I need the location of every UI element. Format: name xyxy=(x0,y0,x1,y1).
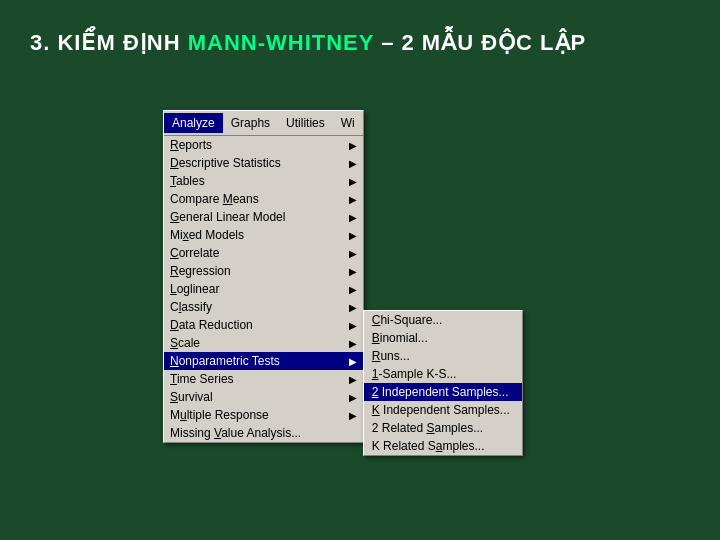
arrow-icon: ▶ xyxy=(349,410,357,421)
menu-item-compare-means-label: Compare Means xyxy=(170,192,259,206)
menu-item-descriptive-statistics[interactable]: Descriptive Statistics ▶ xyxy=(164,154,363,172)
arrow-icon: ▶ xyxy=(349,284,357,295)
menu-item-loglinear-label: Loglinear xyxy=(170,282,219,296)
menu-item-survival[interactable]: Survival ▶ xyxy=(164,388,363,406)
menu-item-correlate-label: Correlate xyxy=(170,246,219,260)
arrow-icon: ▶ xyxy=(349,320,357,331)
menu-item-scale[interactable]: Scale ▶ xyxy=(164,334,363,352)
menu-bar-analyze[interactable]: Analyze xyxy=(164,113,223,133)
menu-container: Analyze Graphs Utilities Wi Reports ▶ De… xyxy=(163,110,523,456)
menu-item-compare-means[interactable]: Compare Means ▶ xyxy=(164,190,363,208)
menu-item-nonparametric-tests[interactable]: Nonparametric Tests ▶ xyxy=(164,352,363,370)
page-title: 3. KIỂM ĐỊNH MANN-WHITNEY – 2 MẪU ĐỘC LẬ… xyxy=(30,30,586,56)
menu-item-time-series-label: Time Series xyxy=(170,372,234,386)
menu-item-multiple-response[interactable]: Multiple Response ▶ xyxy=(164,406,363,424)
arrow-icon: ▶ xyxy=(349,248,357,259)
menu-item-data-reduction-label: Data Reduction xyxy=(170,318,253,332)
menu-item-classify-label: Classify xyxy=(170,300,212,314)
menu-item-mixed-models[interactable]: Mixed Models ▶ xyxy=(164,226,363,244)
menu-bar-graphs[interactable]: Graphs xyxy=(223,113,278,133)
submenu-item-chi-square[interactable]: Chi-Square... xyxy=(364,311,522,329)
submenu-item-runs-label: Runs... xyxy=(372,349,410,363)
menu-item-tables[interactable]: Tables ▶ xyxy=(164,172,363,190)
menu-bar-wi[interactable]: Wi xyxy=(333,113,363,133)
menu-item-survival-label: Survival xyxy=(170,390,213,404)
menu-item-time-series[interactable]: Time Series ▶ xyxy=(164,370,363,388)
menu-item-reports[interactable]: Reports ▶ xyxy=(164,136,363,154)
menu-bar: Analyze Graphs Utilities Wi xyxy=(164,111,363,136)
submenu-item-1-sample-ks[interactable]: 1-Sample K-S... xyxy=(364,365,522,383)
menu-item-nonparametric-tests-label: Nonparametric Tests xyxy=(170,354,280,368)
analyze-menu-panel: Analyze Graphs Utilities Wi Reports ▶ De… xyxy=(163,110,364,443)
menu-item-regression-label: Regression xyxy=(170,264,231,278)
nonparametric-submenu-panel: Chi-Square... Binomial... Runs... 1-Samp… xyxy=(363,310,523,456)
submenu-item-binomial-label: Binomial... xyxy=(372,331,428,345)
submenu-item-2-independent-samples-label: 2 Independent Samples... xyxy=(372,385,509,399)
submenu-item-k-related-samples[interactable]: K Related Samples... xyxy=(364,437,522,455)
title-prefix: 3. KIỂM ĐỊNH xyxy=(30,30,188,55)
arrow-icon: ▶ xyxy=(349,194,357,205)
menu-item-descriptive-statistics-label: Descriptive Statistics xyxy=(170,156,281,170)
title-suffix: – 2 MẪU ĐỘC LẬP xyxy=(374,30,586,55)
menu-item-mixed-models-label: Mixed Models xyxy=(170,228,244,242)
submenu-item-1-sample-ks-label: 1-Sample K-S... xyxy=(372,367,457,381)
arrow-icon: ▶ xyxy=(349,302,357,313)
menu-item-missing-value-analysis-label: Missing Value Analysis... xyxy=(170,426,301,440)
menu-item-scale-label: Scale xyxy=(170,336,200,350)
menu-item-correlate[interactable]: Correlate ▶ xyxy=(164,244,363,262)
arrow-icon: ▶ xyxy=(349,140,357,151)
menu-item-multiple-response-label: Multiple Response xyxy=(170,408,269,422)
arrow-icon: ▶ xyxy=(349,392,357,403)
submenu-item-k-independent-samples[interactable]: K Independent Samples... xyxy=(364,401,522,419)
submenu-item-k-independent-samples-label: K Independent Samples... xyxy=(372,403,510,417)
menu-item-classify[interactable]: Classify ▶ xyxy=(164,298,363,316)
arrow-icon: ▶ xyxy=(349,158,357,169)
menu-item-missing-value-analysis[interactable]: Missing Value Analysis... xyxy=(164,424,363,442)
submenu-item-k-related-samples-label: K Related Samples... xyxy=(372,439,485,453)
submenu-item-runs[interactable]: Runs... xyxy=(364,347,522,365)
submenu-item-2-related-samples-label: 2 Related Samples... xyxy=(372,421,483,435)
arrow-icon: ▶ xyxy=(349,356,357,367)
menu-item-loglinear[interactable]: Loglinear ▶ xyxy=(164,280,363,298)
menu-bar-utilities[interactable]: Utilities xyxy=(278,113,333,133)
arrow-icon: ▶ xyxy=(349,266,357,277)
arrow-icon: ▶ xyxy=(349,212,357,223)
arrow-icon: ▶ xyxy=(349,230,357,241)
menu-item-data-reduction[interactable]: Data Reduction ▶ xyxy=(164,316,363,334)
submenu-item-chi-square-label: Chi-Square... xyxy=(372,313,443,327)
menu-item-tables-label: Tables xyxy=(170,174,205,188)
menu-item-reports-label: Reports xyxy=(170,138,212,152)
title-highlight: MANN-WHITNEY xyxy=(188,30,374,55)
submenu-item-2-related-samples[interactable]: 2 Related Samples... xyxy=(364,419,522,437)
arrow-icon: ▶ xyxy=(349,374,357,385)
submenu-item-binomial[interactable]: Binomial... xyxy=(364,329,522,347)
arrow-icon: ▶ xyxy=(349,176,357,187)
arrow-icon: ▶ xyxy=(349,338,357,349)
menu-item-general-linear-model-label: General Linear Model xyxy=(170,210,285,224)
menu-item-regression[interactable]: Regression ▶ xyxy=(164,262,363,280)
menu-item-general-linear-model[interactable]: General Linear Model ▶ xyxy=(164,208,363,226)
submenu-item-2-independent-samples[interactable]: 2 Independent Samples... xyxy=(364,383,522,401)
